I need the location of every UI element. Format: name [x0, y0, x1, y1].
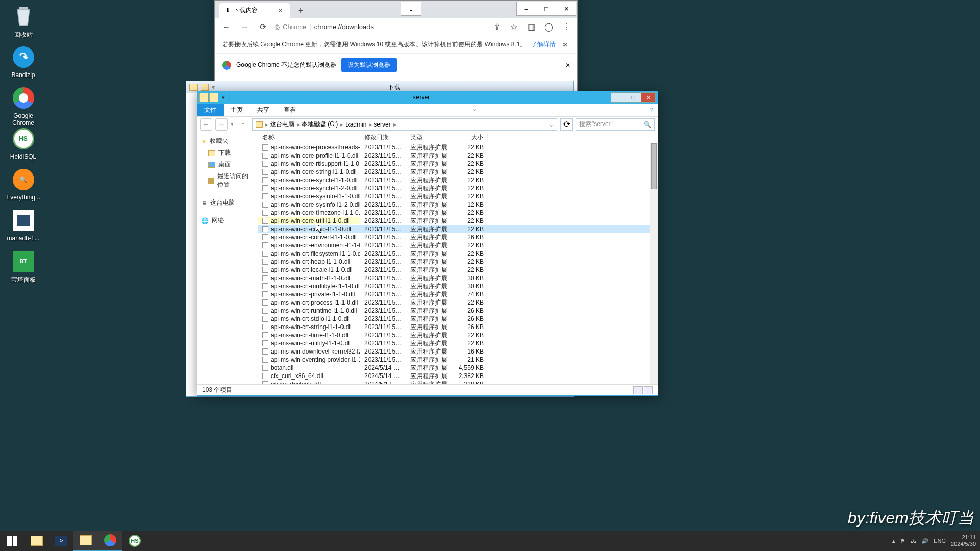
close-icon[interactable]: ✕ [276, 6, 284, 14]
col-header-type[interactable]: 类型 [406, 133, 452, 142]
file-row[interactable]: api-ms-win-crt-private-l1-1-0.dll2023/11… [258, 290, 658, 298]
taskbar-powershell[interactable]: > [49, 531, 74, 551]
back-button[interactable]: ← [200, 118, 212, 131]
file-row[interactable]: api-ms-win-crt-runtime-l1-1-0.dll2023/11… [258, 307, 658, 315]
file-row[interactable]: botan.dll2024/5/14 18:27应用程序扩展4,559 KB [258, 364, 658, 372]
bookmark-icon[interactable]: ☆ [507, 20, 521, 34]
file-row[interactable]: api-ms-win-downlevel-kernel32-l2-1-...20… [258, 347, 658, 356]
learn-more-link[interactable]: 了解详情 [531, 40, 556, 49]
minimize-button[interactable]: – [516, 2, 536, 16]
desktop-icon-heidisql[interactable]: HSHeidiSQL [4, 127, 42, 160]
up-button[interactable]: ↑ [237, 118, 249, 131]
taskbar-file-explorer[interactable] [24, 531, 49, 551]
tray-volume-icon[interactable]: 🔊 [921, 538, 928, 544]
view-icons-icon[interactable] [644, 386, 653, 394]
file-row[interactable]: api-ms-win-crt-utility-l1-1-0.dll2023/11… [258, 339, 658, 347]
file-row[interactable]: api-ms-win-crt-stdio-l1-1-0.dll2023/11/1… [258, 315, 658, 323]
chrome-tab-downloads[interactable]: ⬇ 下载内容 ✕ [219, 3, 290, 18]
taskbar-heidisql[interactable]: HS [122, 531, 147, 551]
start-button[interactable] [0, 531, 24, 551]
close-button[interactable]: ✕ [641, 92, 656, 103]
reload-button[interactable]: ⟳ [256, 20, 270, 34]
file-row[interactable]: api-ms-win-crt-time-l1-1-0.dll2023/11/15… [258, 331, 658, 339]
tray-flag-icon[interactable]: ⚑ [900, 538, 905, 544]
maximize-button[interactable]: □ [536, 2, 556, 16]
file-row[interactable]: api-ms-win-crt-convert-l1-1-0.dll2023/11… [258, 233, 658, 241]
breadcrumb[interactable]: ▸ 这台电脑▸ 本地磁盘 (C:)▸ txadmin▸ server▸ ⌄ [252, 118, 557, 131]
close-icon[interactable]: ✕ [565, 62, 570, 69]
file-row[interactable]: api-ms-win-eventing-provider-l1-1-0....2… [258, 356, 658, 364]
col-header-size[interactable]: 大小 [452, 133, 488, 142]
minimize-button[interactable]: – [611, 92, 626, 103]
new-tab-button[interactable]: + [293, 4, 308, 18]
sidebar-network[interactable]: 🌐网络 [197, 215, 258, 227]
file-row[interactable]: api-ms-win-crt-string-l1-1-0.dll2023/11/… [258, 323, 658, 331]
set-default-button[interactable]: 设为默认浏览器 [341, 58, 397, 72]
titlebar[interactable]: ▾ │ server – □ ✕ [197, 91, 658, 104]
view-details-icon[interactable] [633, 386, 643, 394]
desktop-icon-everything[interactable]: 🔍Everything... [4, 167, 42, 201]
file-row[interactable]: api-ms-win-crt-environment-l1-1-0.dll202… [258, 241, 658, 249]
tray-up-icon[interactable]: ▴ [892, 538, 895, 544]
close-button[interactable]: ✕ [556, 2, 576, 16]
crumb[interactable]: server [374, 121, 390, 128]
desktop-icon-mariadb[interactable]: mariadb-1... [4, 208, 42, 242]
desktop-icon-bandizip[interactable]: ↷Bandizip [4, 45, 42, 79]
tray-network-icon[interactable]: 🖧 [911, 538, 916, 544]
search-box[interactable]: 搜索"server" 🔍 [576, 118, 655, 131]
scrollbar-thumb[interactable] [651, 143, 657, 189]
sidebar-item-desktop[interactable]: 桌面 [197, 159, 258, 170]
desktop-icon-recycle-bin[interactable]: 回收站 [4, 4, 42, 39]
chrome-titlebar[interactable]: ⬇ 下载内容 ✕ + ⌄ – □ ✕ [215, 1, 577, 18]
address-bar[interactable]: ◎ Chrome | chrome://downloads [274, 23, 485, 31]
refresh-button[interactable]: ⟳ [560, 118, 573, 131]
scrollbar-vertical[interactable] [650, 143, 658, 384]
tab-home[interactable]: 主页 [224, 104, 250, 116]
site-info-icon[interactable]: ◎ [274, 23, 280, 31]
file-row[interactable]: api-ms-win-crt-process-l1-1-0.dll2023/11… [258, 298, 658, 307]
file-row[interactable]: api-ms-win-core-timezone-l1-1-0.dll2023/… [258, 209, 658, 217]
file-row[interactable]: api-ms-win-core-profile-l1-1-0.dll2023/1… [258, 152, 658, 160]
maximize-button[interactable]: □ [626, 92, 641, 103]
sidepanel-icon[interactable]: ▥ [524, 20, 538, 34]
menu-icon[interactable]: ⋮ [559, 20, 573, 34]
share-icon[interactable]: ⇪ [489, 20, 504, 34]
taskbar-chrome[interactable] [98, 531, 122, 551]
forward-button[interactable]: → [237, 20, 252, 34]
file-list[interactable]: api-ms-win-core-processthreads-l1-1...20… [258, 143, 658, 384]
back-button[interactable]: ← [219, 20, 233, 34]
system-tray[interactable]: ▴ ⚑ 🖧 🔊 ENG 21:11 2024/5/30 [892, 534, 980, 547]
language-indicator[interactable]: ENG [934, 538, 946, 544]
taskbar-file-explorer-open[interactable] [74, 531, 98, 551]
column-headers[interactable]: 名称 修改日期 类型 大小 [258, 132, 658, 143]
file-row[interactable]: api-ms-win-core-sysinfo-l1-1-0.dll2023/1… [258, 192, 658, 201]
desktop-icon-btpanel[interactable]: BT宝塔面板 [4, 249, 42, 284]
file-row[interactable]: api-ms-win-core-sysinfo-l1-2-0.dll2023/1… [258, 201, 658, 209]
file-row[interactable]: cfx_curl_x86_64.dll2024/5/14 18:33应用程序扩展… [258, 372, 658, 380]
close-icon[interactable]: ✕ [560, 41, 570, 48]
file-row[interactable]: api-ms-win-crt-multibyte-l1-1-0.dll2023/… [258, 282, 658, 290]
file-row[interactable]: api-ms-win-core-synch-l1-2-0.dll2023/11/… [258, 184, 658, 192]
col-header-date[interactable]: 修改日期 [360, 133, 406, 142]
clock[interactable]: 21:11 2024/5/30 [951, 534, 976, 547]
file-row[interactable]: api-ms-win-crt-filesystem-l1-1-0.dll2023… [258, 249, 658, 258]
tab-view[interactable]: 查看 [277, 104, 303, 116]
file-row[interactable]: api-ms-win-crt-conio-l1-1-0.dll2023/11/1… [258, 225, 658, 233]
file-row[interactable]: api-ms-win-core-util-l1-1-0.dll2023/11/1… [258, 217, 658, 225]
crumb[interactable]: 本地磁盘 (C:) [302, 120, 338, 129]
crumb[interactable]: txadmin [345, 121, 366, 128]
desktop-icon-google-chrome[interactable]: Google Chrome [4, 86, 42, 127]
sidebar-item-recent[interactable]: 最近访问的位置 [197, 170, 258, 191]
file-row[interactable]: api-ms-win-core-string-l1-1-0.dll2023/11… [258, 168, 658, 176]
help-icon[interactable]: ? [646, 104, 658, 116]
file-row[interactable]: api-ms-win-crt-locale-l1-1-0.dll2023/11/… [258, 266, 658, 274]
chrome-caret-icon[interactable]: ⌄ [401, 2, 421, 16]
file-row[interactable]: citizen-devtools.dll2024/5/17 22:32应用程序扩… [258, 380, 658, 384]
forward-button[interactable]: → [215, 118, 228, 131]
file-row[interactable]: api-ms-win-core-rtlsupport-l1-1-0.dll202… [258, 160, 658, 168]
file-row[interactable]: api-ms-win-core-processthreads-l1-1...20… [258, 143, 658, 152]
col-header-name[interactable]: 名称 [258, 133, 360, 142]
tab-file[interactable]: 文件 [197, 104, 224, 116]
file-row[interactable]: api-ms-win-crt-math-l1-1-0.dll2023/11/15… [258, 274, 658, 282]
sidebar-item-downloads[interactable]: 下载 [197, 147, 258, 159]
